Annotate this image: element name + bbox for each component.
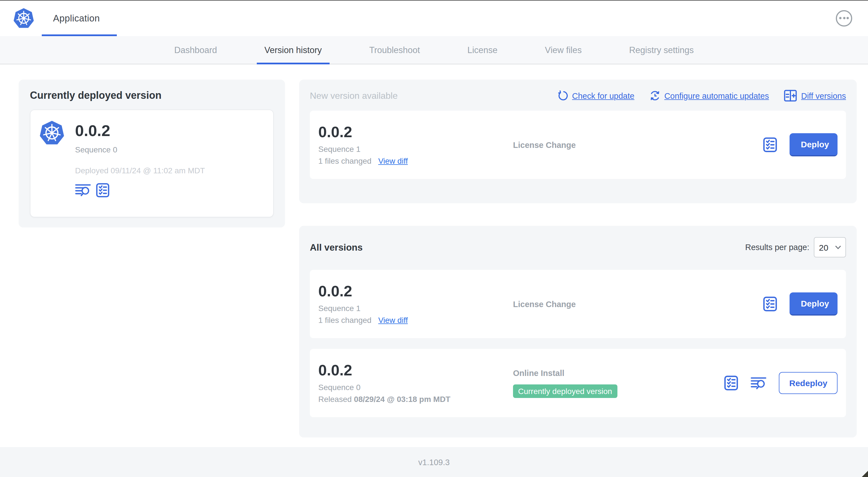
files-changed-label: 1 files changed xyxy=(318,315,371,324)
version-number: 0.0.2 xyxy=(318,363,513,379)
version-sequence: Sequence 1 xyxy=(318,303,513,312)
footer: v1.109.3 xyxy=(0,447,868,477)
window-top-edge xyxy=(0,0,868,1)
console-version-label: v1.109.3 xyxy=(418,457,450,467)
files-changed-label: 1 files changed xyxy=(318,156,371,165)
version-source-label: License Change xyxy=(513,140,763,149)
redeploy-button[interactable]: Redeploy xyxy=(779,372,838,394)
version-number: 0.0.2 xyxy=(318,284,513,300)
logs-icon[interactable] xyxy=(751,376,767,390)
tab-license[interactable]: License xyxy=(459,36,505,64)
top-bar: Application xyxy=(0,0,868,36)
currently-deployed-badge: Currently deployed version xyxy=(513,384,617,398)
ellipsis-menu-icon[interactable] xyxy=(836,10,852,26)
section-nav: Dashboard Version history Troubleshoot L… xyxy=(0,36,868,64)
preflight-checklist-icon[interactable] xyxy=(763,137,777,152)
deploy-button[interactable]: Deploy xyxy=(789,292,838,316)
diff-columns-icon xyxy=(784,90,797,101)
currently-deployed-panel: Currently deployed version xyxy=(19,80,285,228)
tab-troubleshoot[interactable]: Troubleshoot xyxy=(361,36,428,64)
currently-deployed-title: Currently deployed version xyxy=(30,90,274,101)
tab-dashboard[interactable]: Dashboard xyxy=(166,36,225,64)
kubernetes-logo-icon xyxy=(12,7,35,29)
kubernetes-logo-icon xyxy=(38,119,65,208)
version-sequence: Sequence 1 xyxy=(318,144,513,153)
all-versions-title: All versions xyxy=(310,242,363,252)
version-released-timestamp: Released08/29/24 @ 03:18 pm MDT xyxy=(318,394,513,403)
version-source-label: License Change xyxy=(513,299,763,308)
version-row: 0.0.2 Sequence 0 Released08/29/24 @ 03:1… xyxy=(310,349,846,417)
preflight-checklist-icon[interactable] xyxy=(96,183,110,198)
version-source-label: Online Install xyxy=(513,368,724,377)
results-per-page-label: Results per page: xyxy=(745,243,809,252)
preflight-checklist-icon[interactable] xyxy=(724,376,739,391)
admin-console-page: Application Dashboard Version history Tr… xyxy=(0,0,868,477)
app-tab-active-underline xyxy=(42,34,117,36)
deploy-button[interactable]: Deploy xyxy=(789,133,838,156)
app-tab-label[interactable]: Application xyxy=(53,13,100,23)
version-row: 0.0.2 Sequence 1 1 files changed View di… xyxy=(310,270,846,338)
new-version-panel: New version available Check for update xyxy=(299,80,857,203)
all-versions-panel: All versions Results per page: 20 xyxy=(299,226,857,438)
diff-versions-link[interactable]: Diff versions xyxy=(784,90,846,101)
new-version-card: 0.0.2 Sequence 1 1 files changed View di… xyxy=(310,111,846,179)
refresh-icon xyxy=(557,90,568,101)
current-version-number: 0.0.2 xyxy=(75,122,205,140)
view-diff-link[interactable]: View diff xyxy=(378,156,408,165)
main-content: Currently deployed version xyxy=(0,64,868,448)
configure-automatic-updates-link[interactable]: Configure automatic updates xyxy=(650,90,769,101)
right-column: New version available Check for update xyxy=(299,80,857,448)
preflight-checklist-icon[interactable] xyxy=(763,296,777,311)
currently-deployed-card: 0.0.2 Sequence 0 Deployed 09/11/24 @ 11:… xyxy=(30,110,274,217)
logs-icon[interactable] xyxy=(75,183,91,198)
tab-view-files[interactable]: View files xyxy=(537,36,589,64)
version-number: 0.0.2 xyxy=(318,124,513,141)
tab-version-history[interactable]: Version history xyxy=(256,36,330,64)
new-version-title: New version available xyxy=(310,91,398,101)
auto-update-clock-icon xyxy=(650,90,660,101)
version-sequence: Sequence 0 xyxy=(318,383,513,391)
view-diff-link[interactable]: View diff xyxy=(378,315,408,324)
current-deployed-timestamp: Deployed 09/11/24 @ 11:02 am MDT xyxy=(75,166,205,175)
chevron-down-icon xyxy=(835,245,841,249)
tab-registry-settings[interactable]: Registry settings xyxy=(621,36,702,64)
check-for-update-link[interactable]: Check for update xyxy=(557,90,634,101)
results-per-page-select[interactable]: 20 xyxy=(814,237,846,258)
current-sequence: Sequence 0 xyxy=(75,145,205,154)
